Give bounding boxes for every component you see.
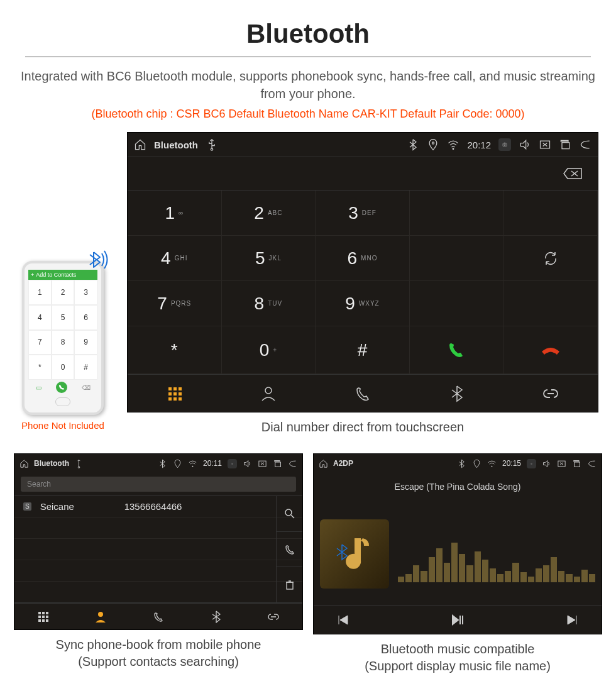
- phonebook-screen: Bluetooth 20:11 Search: [14, 453, 303, 630]
- svg-point-34: [98, 612, 103, 617]
- svg-point-4: [504, 144, 506, 146]
- tab-contacts[interactable]: [72, 604, 130, 629]
- tab-contacts[interactable]: [222, 375, 316, 412]
- close-screen-icon[interactable]: [539, 138, 551, 151]
- tab-dialpad[interactable]: [14, 604, 72, 629]
- key-5[interactable]: 5JKL: [222, 236, 316, 281]
- dialer-screen: Bluetooth 20:12 1∞2ABC3DEF4GHI: [127, 132, 598, 412]
- back-icon[interactable]: [587, 459, 597, 468]
- delete-contact-icon[interactable]: [277, 567, 302, 602]
- svg-rect-7: [168, 387, 172, 390]
- page-title: Bluetooth: [13, 19, 603, 49]
- search-icon[interactable]: [277, 496, 302, 532]
- wifi-icon: [487, 459, 497, 468]
- svg-rect-9: [179, 387, 182, 390]
- svg-rect-31: [38, 619, 41, 622]
- key-9[interactable]: 9WXYZ: [316, 281, 410, 326]
- svg-point-37: [531, 463, 532, 464]
- svg-rect-33: [46, 619, 48, 622]
- svg-rect-36: [531, 463, 532, 464]
- svg-rect-19: [231, 463, 233, 464]
- key-star[interactable]: *: [128, 326, 222, 374]
- app-title: A2DP: [333, 459, 353, 468]
- clock-time: 20:12: [467, 140, 491, 150]
- wifi-icon: [447, 138, 459, 151]
- svg-rect-10: [168, 392, 172, 396]
- close-screen-icon[interactable]: [557, 459, 566, 468]
- contact-row[interactable]: S Seicane 13566664466: [14, 496, 302, 517]
- sync-button[interactable]: [503, 236, 598, 281]
- svg-rect-26: [42, 612, 45, 614]
- volume-icon[interactable]: [542, 459, 551, 468]
- svg-rect-39: [575, 462, 580, 467]
- equalizer-viz: [398, 526, 595, 582]
- volume-icon[interactable]: [243, 459, 252, 468]
- contact-name: Seicane: [40, 501, 116, 512]
- hangup-button[interactable]: [503, 326, 598, 374]
- next-track-button[interactable]: [544, 606, 602, 634]
- key-2[interactable]: 2ABC: [222, 191, 316, 236]
- svg-rect-25: [38, 612, 41, 614]
- svg-rect-14: [173, 397, 177, 401]
- tab-history[interactable]: [316, 375, 410, 412]
- tab-link[interactable]: [503, 375, 598, 412]
- svg-point-20: [232, 463, 233, 464]
- number-display: [128, 157, 598, 191]
- svg-rect-30: [46, 616, 48, 618]
- key-6[interactable]: 6MNO: [316, 236, 410, 281]
- tab-history[interactable]: [129, 604, 187, 629]
- key-4[interactable]: 4GHI: [128, 236, 222, 281]
- call-contact-icon[interactable]: [277, 532, 302, 568]
- play-pause-button[interactable]: [429, 606, 487, 634]
- phone-mockup: +Add to Contacts 123 456 789 *0# ▭ ⌫: [22, 261, 104, 415]
- volume-icon[interactable]: [519, 138, 531, 151]
- svg-rect-29: [42, 616, 45, 618]
- key-8[interactable]: 8TUV: [222, 281, 316, 326]
- wifi-icon: [188, 459, 197, 468]
- svg-point-17: [78, 466, 80, 468]
- key-1[interactable]: 1∞: [128, 191, 222, 236]
- home-icon[interactable]: [134, 138, 146, 151]
- svg-rect-8: [173, 387, 177, 390]
- contact-badge: S: [23, 502, 31, 511]
- tab-bluetooth[interactable]: [187, 604, 245, 629]
- svg-rect-28: [38, 616, 41, 618]
- sim-icon: ▭: [36, 384, 41, 391]
- prev-track-button[interactable]: [314, 606, 371, 634]
- back-icon[interactable]: [288, 459, 297, 468]
- music-screen: A2DP 20:15 Escape (The Pina Colada Song): [313, 453, 602, 634]
- svg-rect-15: [179, 397, 182, 401]
- screenshot-icon[interactable]: [527, 459, 536, 468]
- backspace-icon[interactable]: [563, 166, 583, 181]
- back-icon[interactable]: [579, 138, 591, 151]
- recent-apps-icon[interactable]: [273, 459, 282, 468]
- tab-dialpad[interactable]: [128, 375, 222, 412]
- key-7[interactable]: 7PQRS: [128, 281, 222, 326]
- dialer-caption: Dial number direct from touchscreen: [127, 419, 598, 436]
- screenshot-icon[interactable]: [498, 138, 511, 151]
- backspace-icon: ⌫: [82, 384, 91, 391]
- recent-apps-icon[interactable]: [559, 138, 571, 151]
- home-icon[interactable]: [319, 459, 328, 468]
- svg-rect-27: [46, 612, 48, 614]
- svg-rect-11: [173, 392, 177, 396]
- phonebook-caption: Sync phone-book from mobile phone (Suppo…: [14, 636, 303, 670]
- home-icon[interactable]: [19, 459, 29, 468]
- call-button[interactable]: [410, 326, 504, 374]
- tab-link[interactable]: [245, 604, 302, 629]
- key-3[interactable]: 3DEF: [316, 191, 410, 236]
- svg-rect-22: [275, 462, 281, 467]
- search-input[interactable]: Search: [21, 477, 296, 492]
- tab-bluetooth[interactable]: [410, 375, 504, 412]
- location-icon: [427, 138, 439, 151]
- close-screen-icon[interactable]: [258, 459, 267, 468]
- dialer-keypad: 1∞2ABC3DEF4GHI5JKL6MNO7PQRS8TUV9WXYZ: [128, 191, 598, 326]
- key-hash[interactable]: #: [316, 326, 410, 374]
- svg-point-35: [492, 466, 492, 467]
- screenshot-icon[interactable]: [228, 459, 237, 468]
- svg-point-16: [265, 387, 272, 394]
- call-icon: [56, 382, 67, 393]
- key-0[interactable]: 0+: [222, 326, 316, 374]
- recent-apps-icon[interactable]: [572, 459, 581, 468]
- location-icon: [173, 459, 182, 468]
